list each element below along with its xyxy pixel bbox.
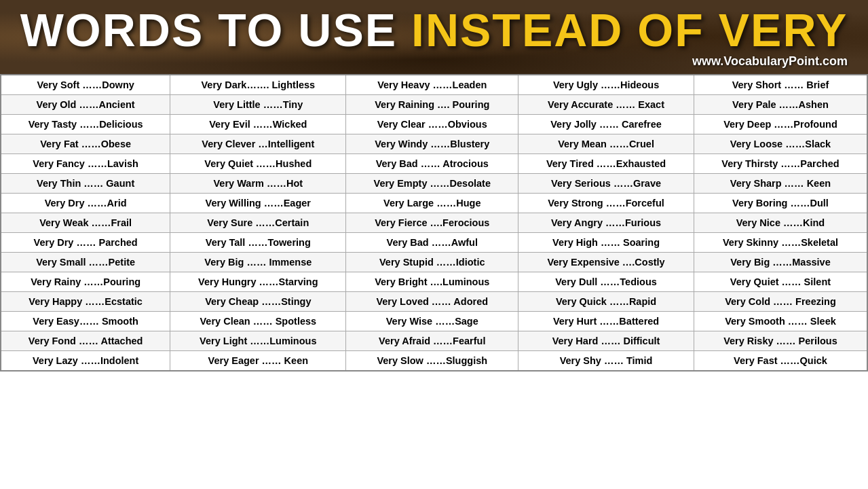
- table-cell: Very Skinny ……Skeletal: [694, 233, 867, 253]
- table-cell: Very High …… Soaring: [518, 233, 694, 253]
- table-cell: Very Boring ……Dull: [694, 194, 867, 213]
- table-cell: Very Empty ……Desolate: [346, 174, 518, 194]
- table-cell: Very Lazy ……Indolent: [1, 351, 170, 372]
- table-row: Very Weak ……FrailVery Sure ……CertainVery…: [1, 213, 867, 233]
- table-cell: Very Tall ……Towering: [170, 233, 346, 253]
- table-cell: Very Windy ……Blustery: [346, 134, 518, 154]
- table-cell: Very Fat ……Obese: [1, 134, 170, 154]
- table-cell: Very Shy …… Timid: [518, 351, 694, 372]
- table-cell: Very Deep ……Profound: [694, 115, 867, 134]
- table-cell: Very Strong ……Forceful: [518, 194, 694, 213]
- table-cell: Very Ugly ……Hideous: [518, 75, 694, 95]
- table-cell: Very Dull ……Tedious: [518, 272, 694, 292]
- table-row: Very Lazy ……IndolentVery Eager …… KeenVe…: [1, 351, 867, 372]
- table-cell: Very Fancy ……Lavish: [1, 154, 170, 174]
- table-cell: Very Quick ……Rapid: [518, 292, 694, 312]
- table-row: Very Old ……AncientVery Little ……TinyVery…: [1, 95, 867, 115]
- table-cell: Very Smooth …… Sleek: [694, 312, 867, 331]
- table-cell: Very Wise ……Sage: [346, 312, 518, 331]
- table-cell: Very Happy ……Ecstatic: [1, 292, 170, 312]
- table-cell: Very Evil ……Wicked: [170, 115, 346, 134]
- table-cell: Very Heavy ……Leaden: [346, 75, 518, 95]
- table-cell: Very Old ……Ancient: [1, 95, 170, 115]
- table-cell: Very Slow ……Sluggish: [346, 351, 518, 372]
- table-row: Very Dry ……AridVery Willing ……EagerVery …: [1, 194, 867, 213]
- table-cell: Very Loose ……Slack: [694, 134, 867, 154]
- table-row: Very Fond …… AttachedVery Light ……Lumino…: [1, 331, 867, 351]
- table-cell: Very Fond …… Attached: [1, 331, 170, 351]
- table-row: Very Fat ……ObeseVery Clever …Intelligent…: [1, 134, 867, 154]
- table-cell: Very Clean …… Spotless: [170, 312, 346, 331]
- table-row: Very Thin …… GauntVery Warm ……HotVery Em…: [1, 174, 867, 194]
- table-cell: Very Willing ……Eager: [170, 194, 346, 213]
- table-cell: Very Tasty ……Delicious: [1, 115, 170, 134]
- table-cell: Very Little ……Tiny: [170, 95, 346, 115]
- table-cell: Very Fast ……Quick: [694, 351, 867, 372]
- table-cell: Very Bright ….Luminous: [346, 272, 518, 292]
- table-cell: Very Soft ……Downy: [1, 75, 170, 95]
- table-cell: Very Clever …Intelligent: [170, 134, 346, 154]
- table-row: Very Fancy ……LavishVery Quiet ……HushedVe…: [1, 154, 867, 174]
- table-cell: Very Angry ……Furious: [518, 213, 694, 233]
- table-cell: Very Dark……. Lightless: [170, 75, 346, 95]
- table-cell: Very Mean ……Cruel: [518, 134, 694, 154]
- table-cell: Very Pale ……Ashen: [694, 95, 867, 115]
- table-cell: Very Serious ……Grave: [518, 174, 694, 194]
- main-title: WORDS TO USE INSTEAD OF VERY: [14, 7, 854, 53]
- table-cell: Very Thin …… Gaunt: [1, 174, 170, 194]
- table-cell: Very Cold …… Freezing: [694, 292, 867, 312]
- table-cell: Very Tired ……Exhausted: [518, 154, 694, 174]
- table-cell: Very Rainy ……Pouring: [1, 272, 170, 292]
- table-cell: Very Bad ……Awful: [346, 233, 518, 253]
- header: WORDS TO USE INSTEAD OF VERY www.Vocabul…: [0, 0, 868, 74]
- table-cell: Very Sharp …… Keen: [694, 174, 867, 194]
- table-cell: Very Short …… Brief: [694, 75, 867, 95]
- table-cell: Very Warm ……Hot: [170, 174, 346, 194]
- table-row: Very Dry …… ParchedVery Tall ……ToweringV…: [1, 233, 867, 253]
- table-cell: Very Hard …… Difficult: [518, 331, 694, 351]
- table-cell: Very Bad …… Atrocious: [346, 154, 518, 174]
- table-cell: Very Large ……Huge: [346, 194, 518, 213]
- table-cell: Very Thirsty ……Parched: [694, 154, 867, 174]
- table-cell: Very Clear ……Obvious: [346, 115, 518, 134]
- words-table: Very Soft ……DownyVery Dark……. LightlessV…: [0, 74, 868, 372]
- table-row: Very Easy…… SmoothVery Clean …… Spotless…: [1, 312, 867, 331]
- table-cell: Very Afraid ……Fearful: [346, 331, 518, 351]
- table-row: Very Rainy ……PouringVery Hungry ……Starvi…: [1, 272, 867, 292]
- table-cell: Very Small ……Petite: [1, 253, 170, 272]
- title-yellow: INSTEAD OF VERY: [411, 4, 848, 56]
- table-cell: Very Accurate …… Exact: [518, 95, 694, 115]
- table-cell: Very Loved …… Adored: [346, 292, 518, 312]
- table-cell: Very Cheap ……Stingy: [170, 292, 346, 312]
- table-cell: Very Eager …… Keen: [170, 351, 346, 372]
- table-row: Very Small ……PetiteVery Big …… ImmenseVe…: [1, 253, 867, 272]
- table-row: Very Tasty ……DeliciousVery Evil ……Wicked…: [1, 115, 867, 134]
- table-cell: Very Light ……Luminous: [170, 331, 346, 351]
- table-cell: Very Dry ……Arid: [1, 194, 170, 213]
- table-cell: Very Big ……Massive: [694, 253, 867, 272]
- table-cell: Very Quiet ……Hushed: [170, 154, 346, 174]
- table-cell: Very Dry …… Parched: [1, 233, 170, 253]
- table-cell: Very Weak ……Frail: [1, 213, 170, 233]
- table-row: Very Happy ……EcstaticVery Cheap ……Stingy…: [1, 292, 867, 312]
- table-cell: Very Hungry ……Starving: [170, 272, 346, 292]
- table-cell: Very Big …… Immense: [170, 253, 346, 272]
- table-cell: Very Nice ……Kind: [694, 213, 867, 233]
- table-cell: Very Hurt ……Battered: [518, 312, 694, 331]
- table-cell: Very Expensive ….Costly: [518, 253, 694, 272]
- table-cell: Very Jolly …… Carefree: [518, 115, 694, 134]
- table-cell: Very Fierce ….Ferocious: [346, 213, 518, 233]
- word-table-container: Very Soft ……DownyVery Dark……. LightlessV…: [0, 74, 868, 372]
- table-row: Very Soft ……DownyVery Dark……. LightlessV…: [1, 75, 867, 95]
- table-cell: Very Stupid ……Idiotic: [346, 253, 518, 272]
- title-white: WORDS TO USE: [20, 4, 411, 56]
- table-cell: Very Sure ……Certain: [170, 213, 346, 233]
- table-cell: Very Quiet …… Silent: [694, 272, 867, 292]
- table-cell: Very Risky …… Perilous: [694, 331, 867, 351]
- table-cell: Very Easy…… Smooth: [1, 312, 170, 331]
- table-cell: Very Raining …. Pouring: [346, 95, 518, 115]
- website-url: www.VocabularyPoint.com: [14, 54, 854, 69]
